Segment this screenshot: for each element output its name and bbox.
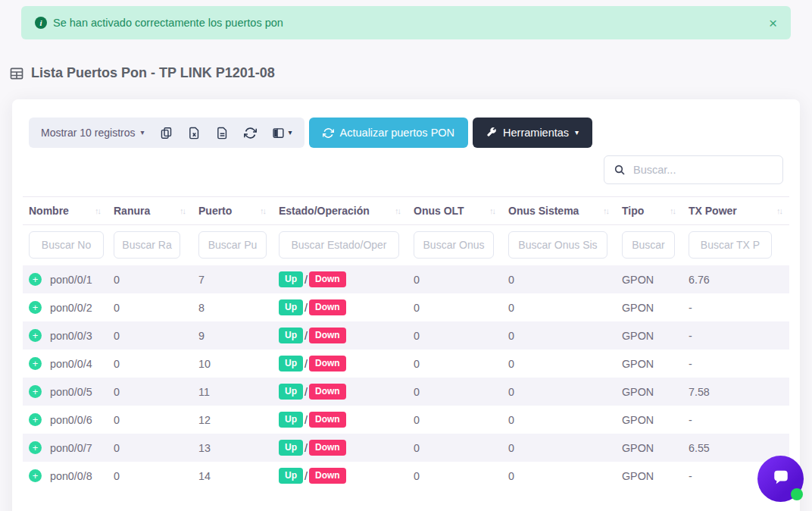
onus-olt-value: 0 xyxy=(408,321,502,350)
tipo-value: GPON xyxy=(616,293,682,321)
down-badge[interactable]: Down xyxy=(309,440,346,456)
filter-nombre-input[interactable] xyxy=(29,231,104,259)
up-badge[interactable]: Up xyxy=(279,299,303,315)
badge-separator: / xyxy=(304,358,308,370)
column-header-estado[interactable]: Estado/Operación↑↓ xyxy=(273,197,408,225)
tools-dropdown-button[interactable]: Herramientas ▾ xyxy=(473,118,592,148)
onus-sistema-value: 0 xyxy=(502,434,616,462)
onus-sistema-value: 0 xyxy=(502,378,616,406)
tipo-value: GPON xyxy=(616,434,682,462)
wrench-icon xyxy=(486,127,497,138)
tipo-value: GPON xyxy=(616,350,682,378)
port-name: pon0/0/3 xyxy=(50,330,92,342)
sort-icon: ↑↓ xyxy=(260,206,267,215)
ranura-value: 0 xyxy=(108,434,192,462)
filter-row xyxy=(23,225,789,266)
column-header-tx-power[interactable]: TX Power↑↓ xyxy=(682,197,789,225)
down-badge[interactable]: Down xyxy=(309,412,346,428)
reload-table-button[interactable] xyxy=(244,127,257,140)
up-badge[interactable]: Up xyxy=(279,271,303,287)
table-header-row: Nombre↑↓ Ranura↑↓ Puerto↑↓ Estado/Operac… xyxy=(23,197,789,225)
filter-onus-olt-input[interactable] xyxy=(414,231,494,259)
column-header-onus-olt[interactable]: Onus OLT↑↓ xyxy=(408,197,502,225)
export-file-button[interactable] xyxy=(216,127,229,140)
puerto-value: 13 xyxy=(192,434,273,462)
columns-icon xyxy=(272,127,285,140)
down-badge[interactable]: Down xyxy=(309,271,346,287)
tx-power-value: - xyxy=(682,406,789,434)
badge-separator: / xyxy=(304,414,308,426)
tipo-value: GPON xyxy=(616,378,682,406)
filter-tx-power-input[interactable] xyxy=(689,231,772,259)
port-name: pon0/0/2 xyxy=(50,302,92,314)
ranura-value: 0 xyxy=(108,406,192,434)
chat-launcher-button[interactable] xyxy=(757,456,804,502)
up-badge[interactable]: Up xyxy=(279,440,303,456)
column-header-tipo[interactable]: Tipo↑↓ xyxy=(616,197,682,225)
file-lines-icon xyxy=(216,127,229,140)
refresh-pon-ports-label: Actualizar puertos PON xyxy=(340,127,455,139)
copy-button[interactable] xyxy=(160,127,173,140)
down-badge[interactable]: Down xyxy=(309,468,346,484)
sort-icon: ↑↓ xyxy=(180,206,186,215)
port-name: pon0/0/7 xyxy=(50,442,92,454)
column-label: Onus OLT xyxy=(414,205,464,217)
info-icon: i xyxy=(35,17,47,29)
export-toolbar: Mostrar 10 registros ▾ xyxy=(29,118,304,148)
down-badge[interactable]: Down xyxy=(309,356,346,371)
excel-file-icon xyxy=(188,127,201,140)
expand-row-icon[interactable]: + xyxy=(29,469,42,482)
ranura-value: 0 xyxy=(108,350,192,378)
onus-sistema-value: 0 xyxy=(502,293,616,321)
export-excel-button[interactable] xyxy=(188,127,201,140)
success-alert: i Se han activado correctamente los puer… xyxy=(21,6,791,39)
up-badge[interactable]: Up xyxy=(279,468,303,484)
refresh-pon-ports-button[interactable]: Actualizar puertos PON xyxy=(309,118,469,148)
puerto-value: 12 xyxy=(192,406,273,434)
ranura-value: 0 xyxy=(108,378,192,406)
table-row: + pon0/0/2 0 8 Up / Down 0 0 GPON - xyxy=(23,293,789,321)
up-badge[interactable]: Up xyxy=(279,356,303,371)
filter-puerto-input[interactable] xyxy=(198,231,267,259)
expand-row-icon[interactable]: + xyxy=(29,301,42,314)
close-icon[interactable]: × xyxy=(769,16,777,30)
onus-olt-value: 0 xyxy=(408,350,502,378)
up-badge[interactable]: Up xyxy=(279,328,303,343)
entries-per-page-select[interactable]: Mostrar 10 registros ▾ xyxy=(41,127,145,139)
filter-tipo-input[interactable] xyxy=(622,231,675,259)
down-badge[interactable]: Down xyxy=(309,384,346,400)
up-badge[interactable]: Up xyxy=(279,412,303,428)
search-input[interactable] xyxy=(633,164,775,176)
filter-estado-input[interactable] xyxy=(279,231,399,259)
expand-row-icon[interactable]: + xyxy=(29,441,42,454)
badge-separator: / xyxy=(304,470,308,482)
expand-row-icon[interactable]: + xyxy=(29,357,42,370)
sort-icon: ↑↓ xyxy=(603,206,610,215)
sort-icon: ↑↓ xyxy=(395,206,401,215)
sort-icon: ↑↓ xyxy=(670,206,676,215)
down-badge[interactable]: Down xyxy=(309,299,346,315)
expand-row-icon[interactable]: + xyxy=(29,329,42,342)
column-header-onus-sistema[interactable]: Onus Sistema↑↓ xyxy=(502,197,616,225)
column-header-puerto[interactable]: Puerto↑↓ xyxy=(192,197,273,225)
port-name: pon0/0/5 xyxy=(50,386,92,398)
sort-icon: ↑↓ xyxy=(776,206,783,215)
ports-card: Mostrar 10 registros ▾ xyxy=(12,99,800,511)
chevron-down-icon: ▾ xyxy=(575,129,579,136)
port-name: pon0/0/8 xyxy=(50,470,92,482)
filter-onus-sistema-input[interactable] xyxy=(508,231,607,259)
expand-row-icon[interactable]: + xyxy=(29,413,42,426)
column-header-nombre[interactable]: Nombre↑↓ xyxy=(23,197,108,225)
tipo-value: GPON xyxy=(616,265,682,293)
down-badge[interactable]: Down xyxy=(309,328,346,343)
port-name: pon0/0/4 xyxy=(50,358,92,370)
onus-olt-value: 0 xyxy=(408,406,502,434)
column-header-ranura[interactable]: Ranura↑↓ xyxy=(108,197,192,225)
onus-olt-value: 0 xyxy=(408,462,502,490)
expand-row-icon[interactable]: + xyxy=(29,385,42,398)
filter-ranura-input[interactable] xyxy=(114,231,180,259)
expand-row-icon[interactable]: + xyxy=(29,273,42,286)
up-badge[interactable]: Up xyxy=(279,384,303,400)
online-status-dot xyxy=(791,488,803,500)
column-visibility-button[interactable]: ▾ xyxy=(272,127,292,140)
